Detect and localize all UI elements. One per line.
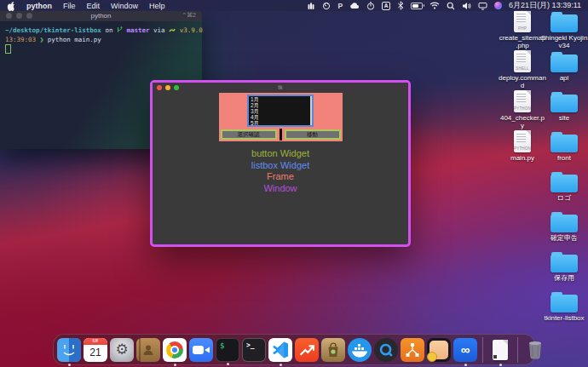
desktop-file-deploy-command[interactable]: SHELL deploy.command xyxy=(499,50,546,90)
desktop-folder-front[interactable]: front xyxy=(540,130,588,170)
chrome-icon xyxy=(166,341,183,358)
video-camera-icon xyxy=(192,343,210,357)
menu-clock[interactable]: 6月21日(月) 13:39:11 xyxy=(509,0,581,11)
python-snake-icon xyxy=(169,26,176,33)
terminal-prompt-line: ~/desktop/tkinter-listbox on master via … xyxy=(5,26,197,35)
file-type-badge: PYTHON xyxy=(514,106,531,111)
dock-zoom[interactable] xyxy=(189,338,213,362)
dock-iterm[interactable]: $ xyxy=(216,338,239,362)
running-indicator xyxy=(68,364,71,366)
dock-chrome[interactable] xyxy=(163,338,187,362)
hand-icon[interactable] xyxy=(307,1,315,10)
folder-name: 確定申告 xyxy=(551,234,578,242)
tk-legend: button Widget listbox Widget Frame Windo… xyxy=(153,148,408,194)
wifi-icon[interactable] xyxy=(429,1,440,10)
terminal-command-line: 13:39:03 ❯ python main.py xyxy=(5,35,197,44)
listbox-item[interactable]: 4月 xyxy=(251,115,312,121)
desktop-folder-kakutei[interactable]: 確定申告 xyxy=(540,210,588,250)
desktop-folder-tkinter-listbox[interactable]: tkinter-listbox xyxy=(540,290,588,330)
desktop-file-create-sitemap[interactable]: PHP create_sitemap.php xyxy=(499,10,546,50)
move-button[interactable]: 移動 xyxy=(285,129,341,140)
terminal-title: python xyxy=(0,12,202,20)
timer-icon[interactable] xyxy=(366,1,375,10)
parallels-icon[interactable]: P xyxy=(337,1,343,10)
siri-icon[interactable] xyxy=(494,2,502,9)
listbox-item[interactable]: 3月 xyxy=(251,109,312,115)
dollar-prompt-glyph: $ xyxy=(220,341,224,350)
dock-shopping-bag-app[interactable] xyxy=(321,338,345,362)
dock-trash[interactable] xyxy=(523,338,547,362)
dock-coin-app[interactable] xyxy=(427,338,451,362)
terminal-cursor xyxy=(5,44,11,54)
terminal-path: ~/desktop/tkinter-listbox xyxy=(5,26,101,34)
dock-document[interactable] xyxy=(488,338,512,362)
dock-vscode[interactable] xyxy=(268,338,292,362)
desktop: python File Edit Window Help P A xyxy=(0,0,588,367)
file-name: create_sitemap.php xyxy=(499,34,546,49)
dock-system-preferences[interactable]: ⚙ xyxy=(110,338,134,362)
running-indicator xyxy=(464,364,467,366)
folder-name: 保存用 xyxy=(554,274,574,282)
listbox-item[interactable]: 5月 xyxy=(251,121,312,127)
desktop-folder-hozon[interactable]: 保存用 xyxy=(540,250,588,290)
dock-trending-app[interactable] xyxy=(295,338,319,362)
dock-terminal[interactable]: >_ xyxy=(242,338,266,362)
battery-icon[interactable] xyxy=(411,3,423,9)
menu-edit[interactable]: Edit xyxy=(87,2,101,10)
terminal-title-bar[interactable]: python ⌃⌘2 xyxy=(0,9,202,21)
menu-app-name[interactable]: python xyxy=(26,2,52,10)
dock-finder[interactable] xyxy=(57,338,81,362)
coin-icon xyxy=(429,341,448,359)
input-source-icon[interactable]: A xyxy=(382,2,390,10)
display-icon[interactable] xyxy=(478,1,487,10)
desktop-file-main-py[interactable]: PYTHON main.py xyxy=(499,130,546,170)
swirl-icon[interactable] xyxy=(322,1,331,10)
cloud-icon[interactable] xyxy=(349,1,360,10)
folder-icon xyxy=(551,215,578,232)
dock-diagram-app[interactable] xyxy=(401,338,424,362)
dock-docker[interactable] xyxy=(348,338,372,362)
sitemap-nodes-icon xyxy=(403,341,422,359)
confirm-selection-button[interactable]: 選択確認 xyxy=(221,129,277,140)
paper-bag-icon xyxy=(325,341,342,358)
menu-window[interactable]: Window xyxy=(111,2,138,10)
folder-icon xyxy=(551,14,578,32)
legend-listbox-widget: listbox Widget xyxy=(153,160,408,172)
dock-quicktime[interactable] xyxy=(374,338,398,362)
tk-frame: 1月 2月 3月 4月 5月 選択確認 移動 xyxy=(219,93,343,141)
apple-menu-icon[interactable] xyxy=(7,1,15,10)
menu-help[interactable]: Help xyxy=(149,2,165,10)
running-indicator xyxy=(499,364,502,366)
menu-file[interactable]: File xyxy=(63,2,76,10)
listbox-scrollbar[interactable] xyxy=(310,96,312,125)
document-icon xyxy=(493,340,508,360)
desktop-file-404-checker[interactable]: PYTHON 404_checker.py xyxy=(499,90,546,130)
folder-name: tkinter-listbox xyxy=(544,314,584,322)
folder-icon xyxy=(551,175,578,192)
running-indicator xyxy=(280,364,282,366)
folder-icon xyxy=(551,95,578,112)
bluetooth-icon[interactable] xyxy=(397,1,404,10)
dock-infinity-app[interactable]: ∞ xyxy=(453,338,477,362)
tk-listbox[interactable]: 1月 2月 3月 4月 5月 xyxy=(247,95,314,127)
folder-icon xyxy=(551,135,578,152)
tk-title-bar[interactable]: tk xyxy=(153,83,408,92)
listbox-item[interactable]: 2月 xyxy=(251,103,312,109)
desktop-folder-site[interactable]: site xyxy=(540,90,588,130)
terminal-command: python main.py xyxy=(48,36,101,43)
terminal-python-version: v3.9.0 xyxy=(180,26,203,34)
volume-icon[interactable] xyxy=(462,1,471,10)
dock-calendar[interactable]: 6月 21 xyxy=(84,338,107,362)
legend-frame: Frame xyxy=(153,171,408,183)
search-icon[interactable] xyxy=(447,1,455,10)
desktop-folder-api[interactable]: api xyxy=(540,50,588,90)
folder-icon xyxy=(551,255,578,272)
listbox-item[interactable]: 1月 xyxy=(251,97,312,103)
terminal-prompt-glyph: >_ xyxy=(246,341,255,349)
desktop-folder-shingeki[interactable]: Shingeki Kyojin v34 xyxy=(540,10,588,50)
desktop-folder-logo[interactable]: ロゴ xyxy=(540,170,588,210)
file-icon: PHP xyxy=(514,10,531,32)
folder-name: site xyxy=(559,114,569,122)
file-type-badge: PYTHON xyxy=(514,146,531,151)
dock-contacts[interactable] xyxy=(136,338,160,362)
